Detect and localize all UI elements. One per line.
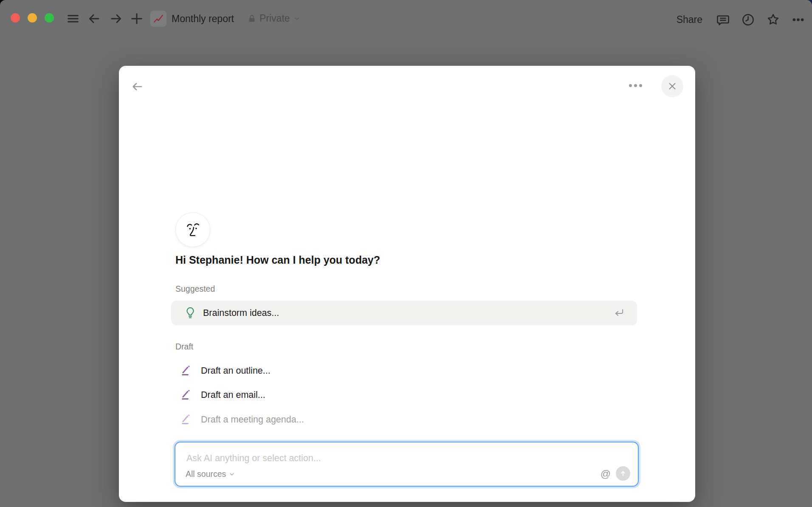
chevron-down-icon [293, 15, 301, 23]
traffic-zoom-button[interactable] [45, 13, 54, 23]
traffic-close-button[interactable] [11, 13, 20, 23]
share-button[interactable]: Share [674, 14, 705, 25]
close-icon [667, 81, 677, 91]
favorite-star-icon[interactable] [766, 13, 780, 27]
section-label-draft: Draft [175, 342, 193, 352]
new-page-plus-icon[interactable] [130, 12, 144, 25]
draft-item-outline[interactable]: Draft an outline... [175, 361, 637, 380]
ai-prompt-input[interactable] [186, 449, 570, 467]
ai-face-avatar [175, 212, 210, 247]
arrow-up-icon [619, 469, 627, 478]
sidebar-menu-icon[interactable] [66, 12, 80, 25]
section-label-suggested: Suggested [175, 284, 215, 294]
pencil-icon [180, 365, 192, 377]
all-sources-selector[interactable]: All sources [186, 469, 235, 479]
lightbulb-icon [185, 307, 196, 319]
pencil-icon [180, 389, 192, 401]
page-chart-icon[interactable] [150, 11, 166, 27]
modal-back-arrow-icon[interactable] [131, 80, 144, 93]
draft-item-label: Draft an outline... [201, 366, 271, 376]
privacy-label: Private [259, 13, 290, 24]
page-title[interactable]: Monthly report [172, 13, 234, 25]
draft-item-label: Draft an email... [201, 390, 265, 400]
notion-window: Monthly report Private Share [0, 0, 812, 507]
chevron-down-icon [228, 471, 235, 478]
more-options-icon[interactable] [791, 13, 805, 27]
titlebar: Monthly report Private Share [0, 0, 812, 32]
privacy-control[interactable]: Private [247, 13, 301, 24]
titlebar-actions: Share [674, 10, 805, 29]
traffic-minimize-button[interactable] [28, 13, 37, 23]
ai-assistant-modal: Hi Stephanie! How can I help you today? … [119, 66, 695, 502]
mention-at-button[interactable]: @ [601, 468, 611, 480]
all-sources-label: All sources [186, 469, 226, 479]
ai-prompt-inputbox: All sources @ [175, 442, 639, 487]
pencil-icon [180, 414, 192, 425]
back-arrow-icon[interactable] [87, 12, 101, 25]
suggested-item-label: Brainstorm ideas... [203, 308, 279, 318]
enter-return-icon [613, 307, 625, 319]
suggested-item-brainstorm[interactable]: Brainstorm ideas... [171, 301, 637, 325]
draft-item-meeting-agenda[interactable]: Draft a meeting agenda... [175, 410, 637, 429]
draft-item-email[interactable]: Draft an email... [175, 386, 637, 404]
modal-close-button[interactable] [661, 75, 683, 97]
modal-more-options-icon[interactable] [629, 83, 644, 88]
ai-greeting: Hi Stephanie! How can I help you today? [175, 254, 380, 266]
forward-arrow-icon[interactable] [109, 12, 123, 25]
send-button[interactable] [616, 466, 630, 481]
history-clock-icon[interactable] [741, 13, 755, 27]
comments-icon[interactable] [716, 13, 730, 27]
draft-item-label: Draft a meeting agenda... [201, 414, 304, 425]
